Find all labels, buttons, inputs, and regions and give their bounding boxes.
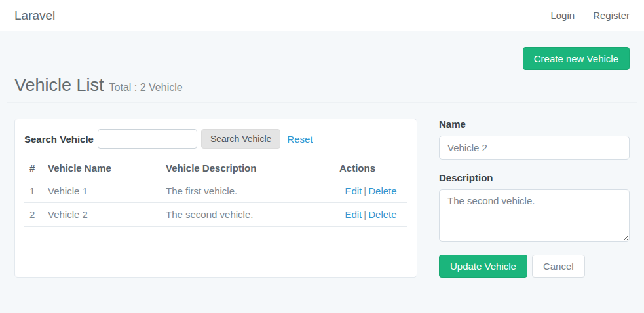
header-vehicle-name: Vehicle Name [43, 157, 161, 179]
action-separator: | [364, 209, 366, 220]
vehicle-table: # Vehicle Name Vehicle Description Actio… [24, 156, 407, 227]
search-input[interactable] [98, 129, 197, 149]
vehicle-description-cell: The first vehicle. [161, 179, 334, 203]
total-count-text: Total : 2 Vehicle [109, 82, 183, 94]
header-vehicle-description: Vehicle Description [161, 157, 334, 179]
search-form: Search Vehicle Search Vehicle Reset [24, 128, 407, 156]
delete-link[interactable]: Delete [368, 209, 396, 220]
description-field[interactable]: The second vehicle. [439, 189, 630, 242]
form-buttons-row: Update Vehicle Cancel [439, 255, 630, 278]
navbar-right: Login Register [532, 10, 630, 21]
table-header-row: # Vehicle Name Vehicle Description Actio… [24, 157, 407, 179]
name-field[interactable] [439, 136, 630, 160]
table-row: 1 Vehicle 1 The first vehicle. Edit|Dele… [24, 179, 407, 203]
edit-link[interactable]: Edit [345, 209, 362, 220]
brand-link[interactable]: Laravel [14, 9, 55, 23]
edit-link[interactable]: Edit [345, 185, 362, 196]
row-number: 1 [24, 179, 43, 203]
header-number: # [24, 157, 43, 179]
create-vehicle-button[interactable]: Create new Vehicle [523, 47, 630, 70]
cancel-button[interactable]: Cancel [532, 255, 585, 278]
name-label: Name [439, 119, 630, 130]
description-field-group: Description The second vehicle. [439, 172, 630, 244]
actions-cell: Edit|Delete [334, 203, 407, 227]
action-separator: | [364, 185, 366, 196]
table-body: 1 Vehicle 1 The first vehicle. Edit|Dele… [24, 179, 407, 227]
main-content: Create new Vehicle Vehicle List Total : … [0, 47, 644, 278]
heading-row: Vehicle List Total : 2 Vehicle [14, 75, 630, 96]
register-link[interactable]: Register [593, 10, 630, 21]
search-label: Search Vehicle [24, 134, 94, 145]
table-header: # Vehicle Name Vehicle Description Actio… [24, 157, 407, 179]
reset-link[interactable]: Reset [287, 134, 313, 145]
update-vehicle-button[interactable]: Update Vehicle [439, 255, 527, 278]
page-title: Vehicle List [14, 75, 104, 96]
description-label: Description [439, 172, 630, 183]
vehicle-name-cell: Vehicle 2 [43, 203, 161, 227]
table-row: 2 Vehicle 2 The second vehicle. Edit|Del… [24, 203, 407, 227]
row-number: 2 [24, 203, 43, 227]
login-link[interactable]: Login [550, 10, 575, 21]
search-button[interactable]: Search Vehicle [201, 129, 280, 149]
vehicle-description-cell: The second vehicle. [161, 203, 334, 227]
header-actions: Actions [334, 157, 407, 179]
create-button-row: Create new Vehicle [14, 47, 630, 70]
vehicle-edit-form: Name Description The second vehicle. Upd… [439, 119, 630, 278]
divider [7, 102, 637, 103]
vehicle-name-cell: Vehicle 1 [43, 179, 161, 203]
navbar: Laravel Login Register [0, 0, 644, 31]
delete-link[interactable]: Delete [368, 185, 396, 196]
content-row: Search Vehicle Search Vehicle Reset # Ve… [14, 119, 630, 278]
actions-cell: Edit|Delete [334, 179, 407, 203]
name-field-group: Name [439, 119, 630, 160]
vehicle-list-card: Search Vehicle Search Vehicle Reset # Ve… [14, 119, 417, 278]
